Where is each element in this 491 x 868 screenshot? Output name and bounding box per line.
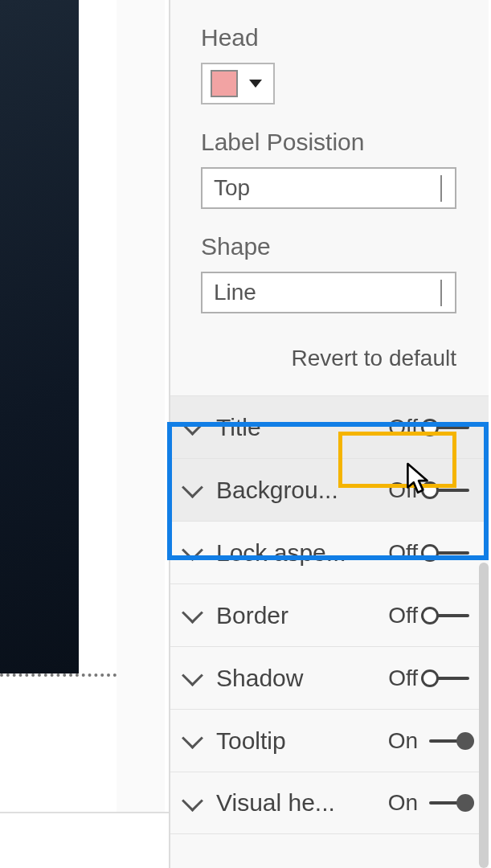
format-row[interactable]: BorderOff	[170, 583, 489, 646]
format-row-label: Lock aspe...	[216, 539, 353, 567]
toggle-state-text: On	[381, 790, 418, 816]
format-row[interactable]: Backgrou...Off	[170, 458, 489, 521]
toggle-switch[interactable]	[421, 481, 474, 500]
format-pane: Head Label Posistion Top Shape Line Reve…	[169, 0, 489, 868]
format-row[interactable]: TitleOff	[170, 395, 489, 458]
chevron-down-icon	[182, 414, 203, 436]
shape-value: Line	[214, 280, 256, 305]
canvas-gutter	[117, 0, 165, 868]
toggle-switch[interactable]	[421, 418, 474, 437]
toggle-knob	[421, 544, 439, 562]
visual-preview	[0, 0, 79, 674]
label-position-value: Top	[214, 175, 250, 201]
toggle-knob	[421, 419, 439, 436]
head-label: Head	[201, 24, 458, 51]
toggle-state-text: Off	[381, 415, 418, 440]
toggle-switch[interactable]	[421, 543, 474, 563]
toggle-knob	[421, 481, 439, 499]
format-row-label: Border	[216, 602, 353, 629]
head-color-picker[interactable]	[201, 63, 275, 104]
chevron-down-icon	[182, 665, 203, 686]
format-row-label: Visual he...	[216, 789, 353, 817]
toggle-state-text: Off	[381, 665, 418, 691]
toggle-knob	[456, 732, 474, 750]
label-position-dropdown[interactable]: Top	[201, 167, 456, 209]
chevron-down-icon	[182, 727, 203, 749]
caret-down-icon	[249, 80, 262, 88]
chevron-down-icon	[182, 477, 203, 498]
toggle-knob	[456, 794, 474, 812]
format-row[interactable]: Lock aspe...Off	[170, 521, 489, 583]
toggle-switch[interactable]	[421, 793, 474, 813]
toggle-state-text: Off	[381, 603, 418, 628]
chevron-down-icon	[440, 175, 442, 201]
format-row[interactable]: Visual he...On	[170, 772, 489, 834]
pane-scrollbar[interactable]	[479, 563, 489, 868]
format-row-label: Tooltip	[216, 727, 353, 755]
format-row-label: Shadow	[216, 665, 353, 692]
revert-to-default-link[interactable]: Revert to default	[170, 313, 489, 395]
format-row[interactable]: ShadowOff	[170, 646, 489, 709]
chevron-down-icon	[182, 602, 203, 624]
canvas-area	[0, 0, 117, 868]
shape-label: Shape	[201, 233, 458, 260]
format-row[interactable]: TooltipOn	[170, 709, 489, 772]
label-position-label: Label Posistion	[201, 129, 458, 156]
bottom-bar	[0, 812, 169, 868]
format-row-label: Title	[216, 414, 353, 441]
toggle-switch[interactable]	[421, 669, 474, 688]
selection-border-dotted	[0, 674, 117, 677]
toggle-state-text: Off	[381, 540, 418, 566]
shape-dropdown[interactable]: Line	[201, 272, 456, 313]
toggle-switch[interactable]	[421, 731, 474, 751]
format-rows: TitleOffBackgrou...OffLock aspe...OffBor…	[170, 395, 489, 834]
head-color-swatch	[211, 70, 238, 97]
toggle-knob	[421, 669, 439, 687]
chevron-down-icon	[182, 790, 203, 812]
format-row-label: Backgrou...	[216, 477, 353, 504]
toggle-state-text: Off	[381, 477, 418, 503]
chevron-down-icon	[182, 539, 203, 561]
toggle-knob	[421, 607, 439, 624]
chevron-down-icon	[440, 280, 442, 305]
toggle-switch[interactable]	[421, 606, 474, 625]
toggle-state-text: On	[381, 728, 418, 754]
